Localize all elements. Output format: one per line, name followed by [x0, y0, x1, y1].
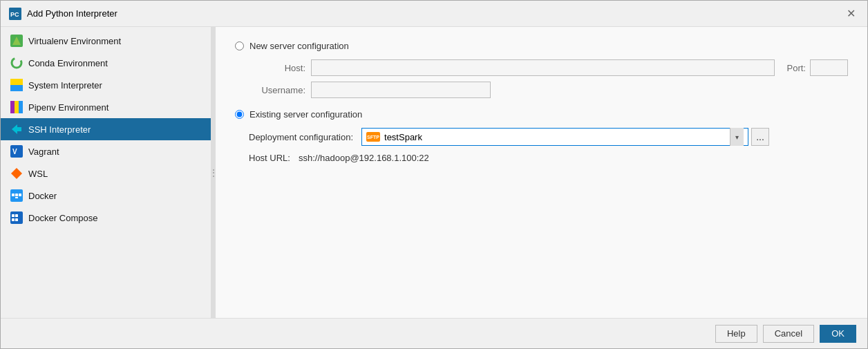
title-bar: PC Add Python Interpreter ✕	[1, 1, 867, 27]
new-server-radio-row: New server configuration	[235, 41, 848, 51]
sidebar-item-docker[interactable]: Docker	[1, 185, 211, 207]
close-button[interactable]: ✕	[842, 6, 859, 22]
main-panel: New server configuration Host: Port: 22 …	[216, 27, 867, 318]
wsl-icon	[10, 167, 23, 180]
deploy-config-label: Deployment configuration:	[249, 132, 353, 142]
docker-compose-icon	[10, 211, 23, 224]
system-icon	[10, 79, 23, 91]
dialog-content: Virtualenv Environment Conda Environment	[1, 27, 867, 318]
sidebar-item-wsl-label: WSL	[28, 169, 48, 179]
svg-rect-18	[19, 194, 21, 196]
sidebar-item-system-label: System Interpreter	[28, 80, 102, 91]
ok-button[interactable]: OK	[820, 325, 856, 343]
host-input[interactable]	[311, 59, 775, 76]
cancel-button[interactable]: Cancel	[763, 325, 814, 343]
sidebar-item-docker-compose-label: Docker Compose	[28, 213, 97, 223]
svg-marker-14	[11, 168, 22, 179]
deploy-select-wrap: SFTP testSpark ▾ ...	[361, 128, 769, 146]
port-label: Port:	[782, 63, 806, 73]
deploy-select-value: testSpark	[384, 132, 422, 142]
svg-rect-17	[15, 194, 18, 196]
existing-server-radio-row: Existing server configuration	[235, 109, 848, 120]
virtualenv-icon	[10, 35, 23, 47]
new-server-section: New server configuration Host: Port: 22 …	[235, 41, 848, 98]
sidebar: Virtualenv Environment Conda Environment	[1, 27, 211, 318]
svg-point-4	[12, 58, 21, 68]
svg-rect-7	[10, 101, 15, 113]
select-dropdown-arrow[interactable]: ▾	[730, 128, 744, 146]
svg-rect-11	[17, 127, 21, 131]
svg-rect-24	[15, 218, 18, 221]
sidebar-item-vagrant[interactable]: V Vagrant	[1, 140, 211, 162]
sftp-icon: SFTP	[366, 132, 380, 142]
svg-rect-22	[15, 214, 18, 217]
new-server-label[interactable]: New server configuration	[249, 41, 349, 51]
existing-server-label[interactable]: Existing server configuration	[249, 109, 362, 120]
add-python-interpreter-dialog: PC Add Python Interpreter ✕ Virtualenv E…	[0, 0, 868, 349]
deploy-config-row: Deployment configuration: SFTP testSpark…	[249, 128, 848, 146]
host-url-value: ssh://hadoop@192.168.1.100:22	[299, 153, 429, 163]
sidebar-item-vagrant-label: Vagrant	[28, 147, 59, 157]
deploy-select[interactable]: SFTP testSpark ▾	[361, 128, 748, 146]
host-field-row: Host: Port: 22	[249, 59, 848, 76]
app-icon: PC	[9, 8, 21, 20]
sidebar-item-virtualenv[interactable]: Virtualenv Environment	[1, 30, 211, 52]
help-button[interactable]: Help	[715, 325, 757, 343]
host-url-label: Host URL:	[249, 153, 290, 163]
sidebar-item-docker-label: Docker	[28, 191, 57, 201]
ssh-icon	[10, 123, 23, 135]
username-input[interactable]	[311, 82, 491, 98]
svg-rect-16	[12, 194, 15, 196]
username-label: Username:	[249, 85, 311, 95]
svg-rect-5	[10, 79, 23, 85]
sidebar-item-wsl[interactable]: WSL	[1, 162, 211, 185]
sidebar-item-docker-compose[interactable]: Docker Compose	[1, 207, 211, 229]
sidebar-item-ssh[interactable]: SSH Interpreter	[1, 118, 211, 140]
sidebar-item-ssh-label: SSH Interpreter	[28, 124, 91, 135]
sidebar-item-pipenv-label: Pipenv Environment	[28, 102, 108, 113]
deploy-ellipsis-button[interactable]: ...	[751, 128, 769, 146]
vagrant-icon: V	[10, 145, 23, 158]
existing-server-radio[interactable]	[235, 110, 244, 119]
svg-rect-21	[12, 214, 15, 217]
existing-server-section: Existing server configuration Deployment…	[235, 109, 848, 163]
svg-marker-10	[12, 124, 17, 134]
svg-rect-19	[15, 197, 18, 198]
host-url-row: Host URL: ssh://hadoop@192.168.1.100:22	[249, 153, 848, 163]
host-label: Host:	[249, 63, 311, 73]
sidebar-item-system[interactable]: System Interpreter	[1, 74, 211, 96]
username-field-row: Username:	[249, 82, 848, 98]
sidebar-item-pipenv[interactable]: Pipenv Environment	[1, 96, 211, 118]
title-bar-left: PC Add Python Interpreter	[9, 8, 117, 20]
svg-rect-23	[12, 218, 15, 221]
conda-icon	[10, 57, 23, 69]
sidebar-item-virtualenv-label: Virtualenv Environment	[28, 36, 121, 46]
new-server-radio[interactable]	[235, 41, 244, 50]
svg-rect-9	[19, 101, 23, 113]
port-input[interactable]: 22	[810, 59, 848, 76]
svg-rect-20	[10, 211, 23, 224]
dialog-title: Add Python Interpreter	[27, 8, 117, 19]
sidebar-item-conda[interactable]: Conda Environment	[1, 52, 211, 74]
deploy-select-inner: SFTP testSpark	[366, 132, 730, 142]
docker-icon	[10, 189, 23, 202]
svg-text:V: V	[12, 148, 17, 155]
svg-rect-8	[15, 101, 19, 113]
pipenv-icon	[10, 101, 23, 113]
svg-rect-6	[10, 85, 23, 91]
svg-text:PC: PC	[10, 11, 19, 18]
bottom-bar: Help Cancel OK	[1, 318, 867, 348]
sidebar-item-conda-label: Conda Environment	[28, 58, 108, 68]
